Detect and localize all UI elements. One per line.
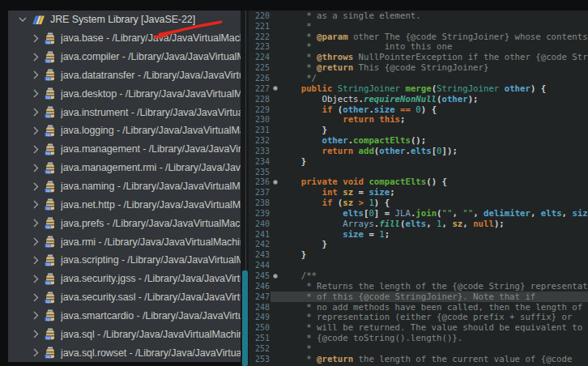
code-line[interactable]: 251 * {@code toString().length()}. (249, 333, 588, 343)
chevron-right-icon[interactable] (31, 200, 40, 210)
line-number: 253 (249, 355, 271, 364)
line-number: 231 (249, 126, 271, 134)
chevron-right-icon[interactable] (31, 70, 40, 80)
chevron-right-icon[interactable] (31, 163, 40, 172)
chevron-right-icon[interactable] (31, 237, 40, 247)
code-line[interactable]: 239 elts[0] = JLA.join("", "", delimiter… (249, 208, 588, 219)
chevron-right-icon[interactable] (31, 330, 40, 339)
code-text: * (280, 21, 588, 32)
chevron-right-icon[interactable] (31, 181, 40, 191)
code-line[interactable]: 226 */ (249, 73, 588, 83)
tree-row-module[interactable]: 10java.compiler - /Library/Java/JavaVirt… (8, 48, 241, 66)
code-line[interactable]: 221 * (249, 21, 588, 32)
chevron-right-icon[interactable] (31, 274, 40, 283)
code-line[interactable]: 237 int sz = size; (249, 187, 588, 198)
tree-row-module[interactable]: 10java.smartcardio - /Library/Java/JavaV… (8, 307, 241, 326)
tree-row-module[interactable]: 10java.desktop - /Library/Java/JavaVirtu… (8, 84, 241, 103)
fold-margin (271, 260, 280, 270)
chevron-right-icon[interactable] (31, 348, 40, 358)
chevron-right-icon[interactable] (31, 89, 40, 99)
code-text: public StringJoiner merge(StringJoiner o… (280, 83, 588, 94)
tree-row-module[interactable]: 10java.scripting - /Library/Java/JavaVir… (8, 251, 241, 270)
fold-margin (271, 73, 280, 83)
tree-row-module[interactable]: 10java.datatransfer - /Library/Java/Java… (8, 66, 241, 85)
module-jar-icon: 10 (45, 51, 56, 63)
fold-margin (271, 208, 280, 219)
code-line[interactable]: 253 * @return the length of the current … (249, 354, 588, 364)
chevron-right-icon[interactable] (31, 292, 40, 302)
code-line[interactable]: 250 * will be returned. The value should… (249, 322, 588, 333)
code-line[interactable]: 246 * Returns the length of the {@code S… (249, 281, 588, 292)
fold-marker-icon[interactable] (273, 274, 278, 279)
code-line[interactable]: 242 } (249, 240, 588, 250)
code-line[interactable]: 228 Objects.requireNonNull(other); (249, 94, 588, 104)
tree-row-module[interactable]: 10java.sql.rowset - /Library/Java/JavaVi… (8, 343, 241, 362)
chevron-down-icon[interactable] (18, 15, 28, 24)
code-line[interactable]: 252 * (249, 343, 588, 354)
code-line[interactable]: 230 return this; (249, 114, 588, 125)
code-line[interactable]: 247 * of this {@code StringJoiner}. Note… (249, 292, 588, 302)
module-jar-icon: 10 (45, 125, 56, 137)
code-line[interactable]: 244 (249, 260, 588, 270)
code-line[interactable]: 241 size = 1; (249, 229, 588, 240)
code-line[interactable]: 229 if (other.size == 0) { (249, 104, 588, 115)
code-line[interactable]: 225 * @return This {@code StringJoiner} (249, 62, 588, 73)
chevron-right-icon[interactable] (31, 52, 40, 62)
code-line[interactable]: 223 * into this one (249, 42, 588, 53)
code-line[interactable]: 233 return add(other.elts[0]); (249, 146, 588, 156)
svg-text:10: 10 (46, 114, 50, 118)
tree-row-module[interactable]: 10java.net.http - /Library/Java/JavaVirt… (8, 195, 241, 214)
code-text: * @return This {@code StringJoiner} (280, 62, 588, 73)
chevron-right-icon[interactable] (31, 108, 40, 117)
code-line[interactable]: 220 * as a single element. (249, 11, 588, 21)
tree-row-module[interactable]: 10java.sql - /Library/Java/JavaVirtualMa… (8, 325, 241, 343)
chevron-right-icon[interactable] (31, 126, 40, 135)
tree-row-module[interactable]: 10java.rmi - /Library/Java/JavaVirtualMa… (8, 232, 241, 251)
tree-row-module[interactable]: 10java.management - /Library/Java/JavaVi… (8, 140, 241, 159)
svg-text:10: 10 (46, 280, 50, 284)
fold-marker-icon[interactable] (273, 86, 278, 91)
tree-row-module[interactable]: 10java.security.sasl - /Library/Java/Jav… (8, 288, 241, 307)
tree-row-module[interactable]: 10java.base - /Library/Java/JavaVirtualM… (8, 29, 241, 48)
tree-row-module[interactable]: 10java.instrument - /Library/Java/JavaVi… (8, 103, 241, 121)
chevron-right-icon[interactable] (31, 255, 40, 265)
tree-row-module[interactable]: 10java.security.jgss - /Library/Java/Jav… (8, 270, 241, 288)
tree-row-module[interactable]: 10java.prefs - /Library/Java/JavaVirtual… (8, 214, 241, 232)
code-editor[interactable]: 220 * as a single element.221 *222 * @pa… (249, 11, 588, 366)
tree-row-module[interactable]: 10java.management.rmi - /Library/Java/Ja… (8, 159, 241, 177)
code-line[interactable]: 245 /** (249, 270, 588, 281)
module-jar-icon: 10 (45, 292, 56, 304)
code-line[interactable]: 243 } (249, 249, 588, 260)
chevron-right-icon[interactable] (31, 219, 40, 228)
code-line[interactable]: 232 other.compactElts(); (249, 135, 588, 146)
chevron-right-icon[interactable] (31, 33, 40, 43)
chevron-right-icon[interactable] (31, 311, 40, 321)
line-number: 223 (249, 42, 271, 51)
code-line[interactable]: 234 } (249, 156, 588, 167)
tree-row-jre-system-library[interactable]: JRE System Library [JavaSE-22] (8, 11, 241, 29)
fold-margin (271, 42, 280, 53)
code-line[interactable]: 222 * @param other The {@code StringJoin… (249, 32, 588, 42)
code-line[interactable]: 249 * representation (either {@code pref… (249, 312, 588, 322)
code-line[interactable]: 238 if (sz > 1) { (249, 198, 588, 208)
tree-item-label: java.sql.rowset - /Library/Java/JavaVirt… (61, 347, 241, 359)
svg-text:10: 10 (46, 206, 50, 211)
line-number: 230 (249, 115, 271, 124)
code-line[interactable]: 231 } (249, 125, 588, 135)
library-books-icon (32, 15, 45, 25)
code-line[interactable]: 235 (249, 167, 588, 177)
code-line[interactable]: 236 private void compactElts() { (249, 177, 588, 188)
code-line[interactable]: 224 * @throws NullPointerException if th… (249, 52, 588, 62)
chevron-right-icon[interactable] (31, 144, 40, 154)
code-line[interactable]: 248 * no add methods have been called, t… (249, 302, 588, 313)
tree-row-module[interactable]: 10java.logging - /Library/Java/JavaVirtu… (8, 121, 241, 140)
code-line[interactable]: 240 Arrays.fill(elts, 1, sz, null); (249, 219, 588, 229)
fold-margin (271, 198, 280, 208)
tree-item-label: java.datatransfer - /Library/Java/JavaVi… (61, 70, 241, 81)
code-line[interactable]: 227 public StringJoiner merge(StringJoin… (249, 83, 588, 94)
line-number: 236 (249, 177, 271, 186)
tree-row-module[interactable]: 10java.naming - /Library/Java/JavaVirtua… (8, 177, 241, 196)
line-number: 252 (249, 344, 271, 353)
fold-margin (271, 229, 280, 240)
fold-marker-icon[interactable] (273, 180, 278, 185)
